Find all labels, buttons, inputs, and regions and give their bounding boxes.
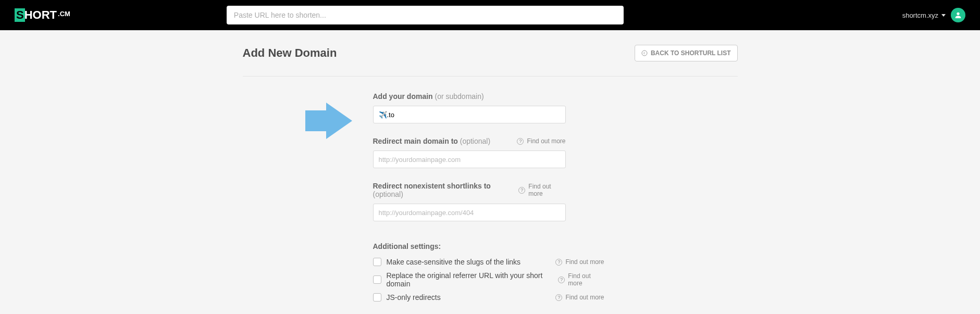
- caret-down-icon: [941, 14, 946, 17]
- help-text: Find out more: [565, 294, 604, 301]
- setting-label: Replace the original referrer URL with y…: [387, 271, 559, 288]
- back-button-label: BACK TO SHORTURL LIST: [651, 49, 731, 57]
- help-text: Find out more: [568, 272, 604, 287]
- user-avatar[interactable]: [951, 8, 965, 22]
- question-icon: ?: [555, 259, 562, 266]
- label-text: Add your domain: [373, 92, 433, 101]
- label-optional: (optional): [460, 137, 490, 145]
- field-redirect-main: Redirect main domain to (optional) ? Fin…: [373, 137, 566, 168]
- app-header: S HORT .CM shortcm.xyz: [0, 0, 980, 30]
- url-input-container: [227, 6, 624, 24]
- main-content: Add New Domain BACK TO SHORTURL LIST Add…: [243, 30, 738, 314]
- setting-label: JS-only redirects: [387, 293, 441, 302]
- url-shorten-input[interactable]: [227, 6, 624, 24]
- setting-js-only: JS-only redirects ? Find out more: [373, 293, 604, 302]
- arrow-annotation: [243, 92, 373, 139]
- help-link[interactable]: ? Find out more: [517, 137, 565, 145]
- checkbox-js-only[interactable]: [373, 293, 381, 302]
- domain-input[interactable]: [379, 111, 560, 119]
- label-optional: (or subdomain): [435, 92, 484, 101]
- domain-input-wrap[interactable]: [373, 106, 566, 123]
- label-text: Redirect nonexistent shortlinks to: [373, 182, 491, 190]
- label-text: Redirect main domain to: [373, 137, 458, 145]
- logo-mark: S: [15, 8, 25, 22]
- field-label: Redirect nonexistent shortlinks to (opti…: [373, 182, 519, 198]
- settings-title: Additional settings:: [373, 242, 604, 250]
- setting-case-sensitive: Make case-sensitive the slugs of the lin…: [373, 258, 604, 266]
- redirect-404-input-wrap[interactable]: [373, 204, 566, 221]
- header-right: shortcm.xyz: [902, 8, 965, 22]
- page-title: Add New Domain: [243, 46, 337, 60]
- setting-label: Make case-sensitive the slugs of the lin…: [387, 258, 521, 266]
- help-link[interactable]: ? Find out more: [555, 294, 604, 301]
- pointer-arrow-icon: [264, 103, 352, 139]
- field-domain: Add your domain (or subdomain): [373, 92, 566, 123]
- setting-left: Replace the original referrer URL with y…: [373, 271, 559, 288]
- redirect-main-input-wrap[interactable]: [373, 150, 566, 168]
- svg-point-1: [642, 51, 647, 56]
- form-fields: Add your domain (or subdomain) Redirect …: [373, 92, 566, 307]
- logo-text: HORT: [24, 8, 57, 22]
- svg-point-0: [957, 12, 959, 15]
- label-optional: (optional): [373, 190, 403, 198]
- field-header: Add your domain (or subdomain): [373, 92, 566, 101]
- help-link[interactable]: ? Find out more: [558, 272, 604, 287]
- question-icon: ?: [518, 187, 525, 194]
- field-label: Redirect main domain to (optional): [373, 137, 491, 145]
- help-text: Find out more: [527, 137, 565, 145]
- page-header: Add New Domain BACK TO SHORTURL LIST: [243, 45, 738, 77]
- help-link[interactable]: ? Find out more: [555, 258, 604, 266]
- domain-selector[interactable]: shortcm.xyz: [902, 11, 946, 19]
- arrow-left-circle-icon: [641, 50, 648, 56]
- help-text: Find out more: [565, 258, 604, 266]
- setting-referrer: Replace the original referrer URL with y…: [373, 271, 604, 288]
- question-icon: ?: [517, 138, 524, 145]
- svg-marker-2: [305, 103, 352, 139]
- question-icon: ?: [555, 294, 562, 301]
- field-label: Add your domain (or subdomain): [373, 92, 484, 101]
- checkbox-referrer[interactable]: [373, 275, 381, 284]
- field-redirect-404: Redirect nonexistent shortlinks to (opti…: [373, 182, 566, 221]
- form-area: Add your domain (or subdomain) Redirect …: [243, 92, 738, 307]
- logo-suffix: .CM: [58, 10, 70, 18]
- field-header: Redirect nonexistent shortlinks to (opti…: [373, 182, 566, 198]
- user-icon: [954, 11, 962, 19]
- setting-left: Make case-sensitive the slugs of the lin…: [373, 258, 521, 266]
- additional-settings: Additional settings: Make case-sensitive…: [373, 242, 604, 302]
- redirect-main-input[interactable]: [379, 156, 560, 164]
- redirect-404-input[interactable]: [379, 209, 560, 217]
- question-icon: ?: [558, 277, 565, 283]
- logo[interactable]: S HORT .CM: [15, 8, 70, 22]
- checkbox-case-sensitive[interactable]: [373, 258, 381, 266]
- back-to-list-button[interactable]: BACK TO SHORTURL LIST: [635, 45, 738, 61]
- help-link[interactable]: ? Find out more: [518, 183, 565, 197]
- field-header: Redirect main domain to (optional) ? Fin…: [373, 137, 566, 145]
- setting-left: JS-only redirects: [373, 293, 441, 302]
- help-text: Find out more: [528, 183, 565, 197]
- domain-selector-label: shortcm.xyz: [902, 11, 938, 19]
